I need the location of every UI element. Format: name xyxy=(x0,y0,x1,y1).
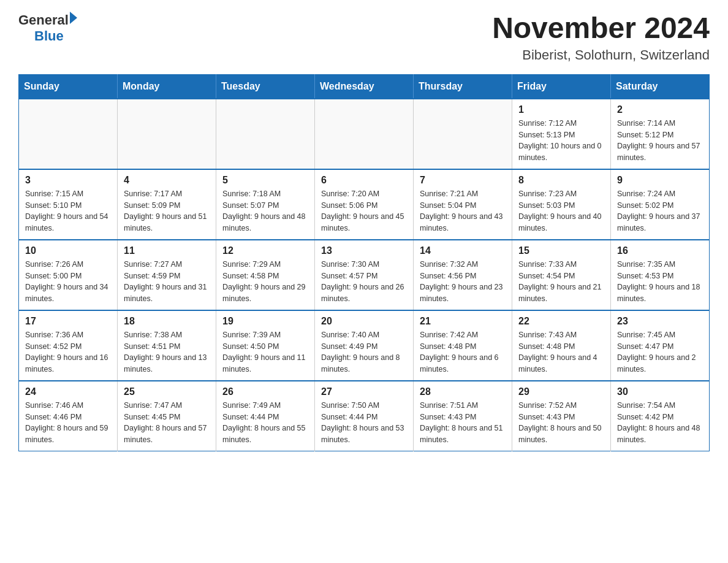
day-info: Sunrise: 7:51 AMSunset: 4:43 PMDaylight:… xyxy=(420,400,506,446)
day-info: Sunrise: 7:52 AMSunset: 4:43 PMDaylight:… xyxy=(518,400,604,446)
day-number: 22 xyxy=(518,316,604,327)
calendar-cell: 5Sunrise: 7:18 AMSunset: 5:07 PMDaylight… xyxy=(216,169,315,240)
day-number: 4 xyxy=(124,175,210,186)
day-number: 29 xyxy=(518,386,604,397)
day-number: 10 xyxy=(25,245,111,256)
calendar-cell: 1Sunrise: 7:12 AMSunset: 5:13 PMDaylight… xyxy=(512,99,611,169)
calendar-cell: 26Sunrise: 7:49 AMSunset: 4:44 PMDayligh… xyxy=(216,381,315,451)
calendar-cell: 30Sunrise: 7:54 AMSunset: 4:42 PMDayligh… xyxy=(611,381,710,451)
day-number: 14 xyxy=(420,245,506,256)
day-info: Sunrise: 7:43 AMSunset: 4:48 PMDaylight:… xyxy=(518,329,604,375)
day-number: 5 xyxy=(222,175,308,186)
day-number: 24 xyxy=(25,386,111,397)
day-number: 15 xyxy=(518,245,604,256)
header: General Blue November 2024 Biberist, Sol… xyxy=(18,12,710,63)
calendar-cell xyxy=(216,99,315,169)
day-info: Sunrise: 7:42 AMSunset: 4:48 PMDaylight:… xyxy=(420,329,506,375)
calendar-cell: 15Sunrise: 7:33 AMSunset: 4:54 PMDayligh… xyxy=(512,240,611,310)
day-info: Sunrise: 7:26 AMSunset: 5:00 PMDaylight:… xyxy=(25,259,111,305)
day-info: Sunrise: 7:14 AMSunset: 5:12 PMDaylight:… xyxy=(617,118,703,164)
calendar-cell: 8Sunrise: 7:23 AMSunset: 5:03 PMDaylight… xyxy=(512,169,611,240)
calendar-cell: 24Sunrise: 7:46 AMSunset: 4:46 PMDayligh… xyxy=(19,381,118,451)
day-number: 20 xyxy=(321,316,407,327)
day-number: 25 xyxy=(124,386,210,397)
day-info: Sunrise: 7:50 AMSunset: 4:44 PMDaylight:… xyxy=(321,400,407,446)
calendar-header-row: SundayMondayTuesdayWednesdayThursdayFrid… xyxy=(19,74,710,99)
calendar-cell: 2Sunrise: 7:14 AMSunset: 5:12 PMDaylight… xyxy=(611,99,710,169)
calendar-cell: 4Sunrise: 7:17 AMSunset: 5:09 PMDaylight… xyxy=(118,169,216,240)
day-info: Sunrise: 7:27 AMSunset: 4:59 PMDaylight:… xyxy=(124,259,210,305)
day-number: 30 xyxy=(617,386,703,397)
day-info: Sunrise: 7:20 AMSunset: 5:06 PMDaylight:… xyxy=(321,188,407,234)
col-header-tuesday: Tuesday xyxy=(216,74,315,99)
logo-triangle-icon xyxy=(70,12,77,24)
calendar-cell: 13Sunrise: 7:30 AMSunset: 4:57 PMDayligh… xyxy=(315,240,414,310)
calendar-cell: 7Sunrise: 7:21 AMSunset: 5:04 PMDaylight… xyxy=(414,169,512,240)
day-number: 1 xyxy=(518,104,604,115)
day-number: 13 xyxy=(321,245,407,256)
calendar-cell: 3Sunrise: 7:15 AMSunset: 5:10 PMDaylight… xyxy=(19,169,118,240)
day-number: 16 xyxy=(617,245,703,256)
day-number: 7 xyxy=(420,175,506,186)
calendar-cell: 11Sunrise: 7:27 AMSunset: 4:59 PMDayligh… xyxy=(118,240,216,310)
calendar-week-row: 17Sunrise: 7:36 AMSunset: 4:52 PMDayligh… xyxy=(19,310,710,381)
calendar-cell: 14Sunrise: 7:32 AMSunset: 4:56 PMDayligh… xyxy=(414,240,512,310)
calendar-cell: 17Sunrise: 7:36 AMSunset: 4:52 PMDayligh… xyxy=(19,310,118,381)
day-info: Sunrise: 7:38 AMSunset: 4:51 PMDaylight:… xyxy=(124,329,210,375)
day-info: Sunrise: 7:30 AMSunset: 4:57 PMDaylight:… xyxy=(321,259,407,305)
day-number: 26 xyxy=(222,386,308,397)
col-header-wednesday: Wednesday xyxy=(315,74,414,99)
calendar-cell: 29Sunrise: 7:52 AMSunset: 4:43 PMDayligh… xyxy=(512,381,611,451)
calendar-week-row: 3Sunrise: 7:15 AMSunset: 5:10 PMDaylight… xyxy=(19,169,710,240)
calendar-cell: 16Sunrise: 7:35 AMSunset: 4:53 PMDayligh… xyxy=(611,240,710,310)
calendar-cell: 27Sunrise: 7:50 AMSunset: 4:44 PMDayligh… xyxy=(315,381,414,451)
col-header-monday: Monday xyxy=(118,74,216,99)
day-info: Sunrise: 7:47 AMSunset: 4:45 PMDaylight:… xyxy=(124,400,210,446)
page-subtitle: Biberist, Solothurn, Switzerland xyxy=(492,47,710,63)
calendar-cell: 23Sunrise: 7:45 AMSunset: 4:47 PMDayligh… xyxy=(611,310,710,381)
calendar-cell: 6Sunrise: 7:20 AMSunset: 5:06 PMDaylight… xyxy=(315,169,414,240)
day-info: Sunrise: 7:33 AMSunset: 4:54 PMDaylight:… xyxy=(518,259,604,305)
day-number: 27 xyxy=(321,386,407,397)
day-number: 28 xyxy=(420,386,506,397)
calendar-table: SundayMondayTuesdayWednesdayThursdayFrid… xyxy=(18,74,710,451)
day-number: 17 xyxy=(25,316,111,327)
day-info: Sunrise: 7:36 AMSunset: 4:52 PMDaylight:… xyxy=(25,329,111,375)
calendar-cell: 10Sunrise: 7:26 AMSunset: 5:00 PMDayligh… xyxy=(19,240,118,310)
calendar-cell xyxy=(118,99,216,169)
day-info: Sunrise: 7:17 AMSunset: 5:09 PMDaylight:… xyxy=(124,188,210,234)
calendar-cell: 20Sunrise: 7:40 AMSunset: 4:49 PMDayligh… xyxy=(315,310,414,381)
calendar-cell xyxy=(315,99,414,169)
day-info: Sunrise: 7:24 AMSunset: 5:02 PMDaylight:… xyxy=(617,188,703,234)
calendar-cell xyxy=(19,99,118,169)
day-info: Sunrise: 7:12 AMSunset: 5:13 PMDaylight:… xyxy=(518,118,604,164)
day-number: 8 xyxy=(518,175,604,186)
day-info: Sunrise: 7:32 AMSunset: 4:56 PMDaylight:… xyxy=(420,259,506,305)
day-info: Sunrise: 7:15 AMSunset: 5:10 PMDaylight:… xyxy=(25,188,111,234)
day-info: Sunrise: 7:23 AMSunset: 5:03 PMDaylight:… xyxy=(518,188,604,234)
page-title: November 2024 xyxy=(492,12,710,45)
col-header-sunday: Sunday xyxy=(19,74,118,99)
day-info: Sunrise: 7:46 AMSunset: 4:46 PMDaylight:… xyxy=(25,400,111,446)
day-info: Sunrise: 7:54 AMSunset: 4:42 PMDaylight:… xyxy=(617,400,703,446)
day-number: 21 xyxy=(420,316,506,327)
logo-blue: Blue xyxy=(34,28,64,44)
day-info: Sunrise: 7:45 AMSunset: 4:47 PMDaylight:… xyxy=(617,329,703,375)
calendar-week-row: 10Sunrise: 7:26 AMSunset: 5:00 PMDayligh… xyxy=(19,240,710,310)
title-area: November 2024 Biberist, Solothurn, Switz… xyxy=(492,12,710,63)
calendar-cell: 28Sunrise: 7:51 AMSunset: 4:43 PMDayligh… xyxy=(414,381,512,451)
day-info: Sunrise: 7:18 AMSunset: 5:07 PMDaylight:… xyxy=(222,188,308,234)
day-number: 3 xyxy=(25,175,111,186)
day-number: 6 xyxy=(321,175,407,186)
calendar-cell: 12Sunrise: 7:29 AMSunset: 4:58 PMDayligh… xyxy=(216,240,315,310)
col-header-friday: Friday xyxy=(512,74,611,99)
calendar-cell xyxy=(414,99,512,169)
col-header-saturday: Saturday xyxy=(611,74,710,99)
day-number: 23 xyxy=(617,316,703,327)
calendar-cell: 21Sunrise: 7:42 AMSunset: 4:48 PMDayligh… xyxy=(414,310,512,381)
day-number: 2 xyxy=(617,104,703,115)
calendar-cell: 9Sunrise: 7:24 AMSunset: 5:02 PMDaylight… xyxy=(611,169,710,240)
calendar-cell: 19Sunrise: 7:39 AMSunset: 4:50 PMDayligh… xyxy=(216,310,315,381)
calendar-cell: 25Sunrise: 7:47 AMSunset: 4:45 PMDayligh… xyxy=(118,381,216,451)
logo-general: General xyxy=(18,12,69,28)
